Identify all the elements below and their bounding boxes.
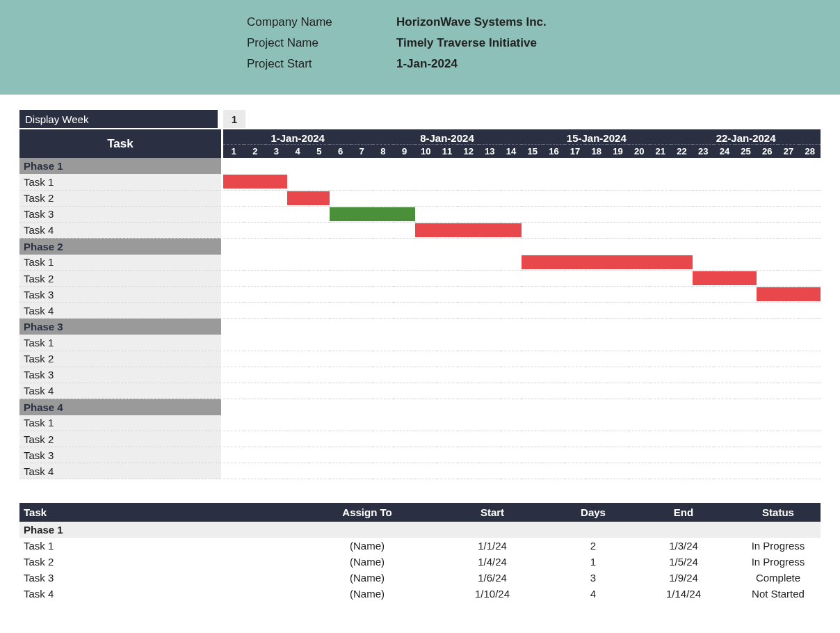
gantt-bar[interactable] (714, 271, 736, 285)
task-row: Task 3 (19, 367, 821, 383)
gantt-bar[interactable] (330, 207, 351, 221)
gantt-cell (223, 206, 245, 222)
gantt-cell (629, 238, 650, 255)
day-header: 2 (244, 145, 266, 159)
phase-row: Phase 4 (19, 399, 821, 415)
gantt-bar[interactable] (543, 255, 565, 269)
gantt-cell (266, 447, 287, 463)
gantt-cell (244, 415, 266, 431)
gantt-cell (629, 367, 650, 383)
gantt-cell (629, 303, 650, 319)
gantt-cell (373, 319, 394, 335)
gantt-bar[interactable] (223, 175, 245, 189)
gantt-bar[interactable] (287, 191, 309, 205)
task-label: Task 4 (19, 383, 221, 399)
gantt-cell (650, 415, 672, 431)
gantt-bar[interactable] (757, 287, 778, 301)
gantt-bar[interactable] (351, 207, 373, 221)
gantt-cell (778, 415, 800, 431)
gantt-bar[interactable] (799, 287, 821, 301)
gantt-cell (244, 271, 266, 287)
gantt-bar[interactable] (585, 255, 607, 269)
gantt-cell (223, 415, 245, 431)
gantt-cell (585, 335, 607, 351)
gantt-bar[interactable] (437, 223, 458, 237)
day-header: 17 (565, 145, 586, 159)
gantt-cell (394, 351, 415, 367)
display-week-value[interactable]: 1 (223, 110, 245, 128)
gantt-cell (629, 255, 650, 271)
gantt-cell (650, 319, 672, 335)
gantt-bar[interactable] (735, 271, 757, 285)
gantt-bar[interactable] (501, 223, 522, 237)
gantt-cell (585, 158, 607, 174)
gantt-cell (585, 447, 607, 463)
phase-label: Phase 3 (19, 319, 221, 335)
gantt-cell (799, 287, 821, 303)
gantt-cell (799, 415, 821, 431)
gantt-cell (330, 190, 351, 206)
gantt-cell (565, 447, 586, 463)
gantt-cell (650, 367, 672, 383)
detail-assign: (Name) (305, 554, 430, 570)
gantt-cell (585, 319, 607, 335)
gantt-cell (693, 383, 714, 399)
gantt-cell (501, 206, 522, 222)
gantt-bar[interactable] (693, 271, 714, 285)
gantt-cell (757, 206, 778, 222)
gantt-cell (458, 367, 479, 383)
gantt-cell (522, 190, 543, 206)
gantt-bar[interactable] (244, 175, 266, 189)
gantt-bar[interactable] (479, 223, 501, 237)
gantt-cell (565, 174, 586, 190)
gantt-cell (799, 399, 821, 415)
task-label: Task 4 (19, 222, 221, 238)
project-value: Timely Traverse Initiative (396, 36, 840, 50)
gantt-bar[interactable] (266, 175, 287, 189)
gantt-cell (778, 431, 800, 447)
gantt-cell (543, 463, 565, 479)
gantt-bar[interactable] (394, 207, 415, 221)
gantt-cell (671, 383, 693, 399)
gantt-bar[interactable] (522, 255, 543, 269)
gantt-cell (223, 335, 245, 351)
gantt-bar[interactable] (607, 255, 629, 269)
gantt-cell (629, 463, 650, 479)
gantt-cell (735, 383, 757, 399)
task-label: Task 2 (19, 351, 221, 367)
gantt-bar[interactable] (373, 207, 394, 221)
gantt-bar[interactable] (415, 223, 437, 237)
gantt-cell (415, 303, 437, 319)
gantt-cell (501, 367, 522, 383)
gantt-cell (671, 415, 693, 431)
gantt-cell (437, 255, 458, 271)
task-row: Task 1 (19, 335, 821, 351)
gantt-cell (394, 303, 415, 319)
gantt-cell (266, 303, 287, 319)
gantt-cell (437, 351, 458, 367)
gantt-cell (479, 319, 501, 335)
day-header: 15 (522, 145, 543, 159)
gantt-cell (671, 447, 693, 463)
task-label: Task 1 (19, 174, 221, 190)
gantt-bar[interactable] (671, 255, 693, 269)
gantt-bar[interactable] (309, 191, 330, 205)
gantt-cell (757, 447, 778, 463)
day-header: 8 (373, 145, 394, 159)
gantt-bar[interactable] (565, 255, 586, 269)
gantt-cell (437, 431, 458, 447)
gantt-bar[interactable] (778, 287, 800, 301)
gantt-cell (607, 287, 629, 303)
gantt-cell (373, 303, 394, 319)
detail-task: Task 2 (19, 554, 305, 570)
gantt-cell (607, 415, 629, 431)
gantt-cell (714, 415, 736, 431)
gantt-bar[interactable] (629, 255, 650, 269)
gantt-cell (585, 367, 607, 383)
gantt-bar[interactable] (650, 255, 672, 269)
gantt-cell (565, 158, 586, 174)
gantt-cell (479, 287, 501, 303)
gantt-cell (565, 222, 586, 238)
gantt-cell (543, 174, 565, 190)
gantt-bar[interactable] (458, 223, 479, 237)
